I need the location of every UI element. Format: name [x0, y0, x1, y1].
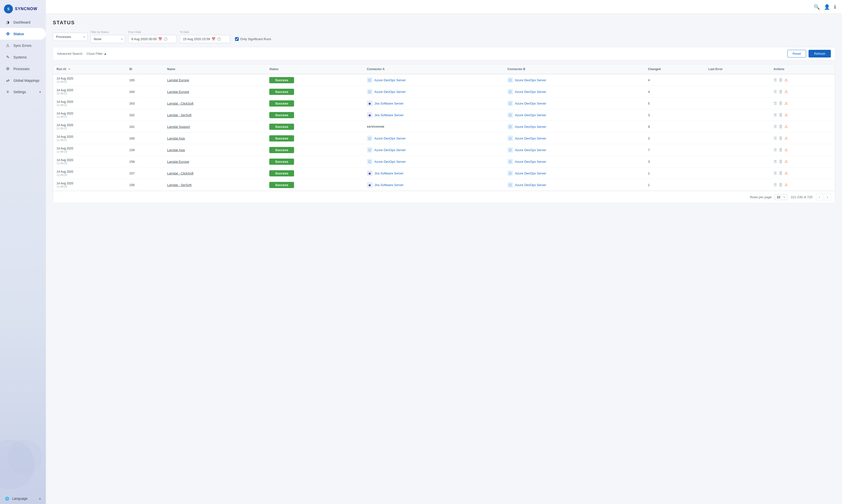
rows-per-page-select[interactable]: 10 25 50 100 [775, 194, 787, 200]
connector-a-cell: ◆Jira Software Server [367, 182, 501, 187]
connector-b-link[interactable]: Azure DevOps Server [515, 148, 546, 152]
view-details-icon[interactable]: ☰ [774, 89, 777, 94]
view-details-icon[interactable]: ☰ [774, 78, 777, 82]
col-connector-a[interactable]: Connector A [364, 65, 504, 74]
connector-a-link[interactable]: Jira Software Server [374, 172, 404, 175]
connector-b-link[interactable]: Azure DevOps Server [515, 90, 546, 94]
refresh-button[interactable]: Refresh [808, 50, 831, 57]
warning-action-icon[interactable]: ⚠ [785, 101, 788, 106]
search-icon[interactable]: 🔍 [814, 4, 820, 10]
warning-action-icon[interactable]: ⚠ [785, 171, 788, 176]
info-icon[interactable]: ℹ [834, 4, 836, 10]
connector-b-link[interactable]: Azure DevOps Server [515, 160, 546, 164]
prev-page-button[interactable]: ‹ [816, 194, 823, 200]
connector-a-link[interactable]: Azure DevOps Server [374, 160, 406, 164]
view-details-icon[interactable]: ☰ [774, 101, 777, 106]
archive-icon[interactable]: 🗄 [779, 136, 783, 141]
archive-icon[interactable]: 🗄 [779, 78, 783, 82]
process-name-link[interactable]: Lamdat - ClickSoft [167, 172, 193, 175]
user-icon[interactable]: 👤 [824, 4, 830, 10]
sidebar-item-sync-errors[interactable]: ⚠ Sync Errors [0, 40, 46, 51]
warning-action-icon[interactable]: ⚠ [785, 89, 788, 94]
advanced-search-link[interactable]: Advanced Search [57, 52, 83, 55]
archive-icon[interactable]: 🗄 [779, 125, 783, 129]
connector-b-link[interactable]: Azure DevOps Server [515, 137, 546, 140]
sidebar-language[interactable]: 🌐 Language « [0, 493, 46, 504]
col-run-at[interactable]: Run At ▼ [53, 65, 126, 74]
col-name[interactable]: Name [164, 65, 266, 74]
cell-name: Lamdat Support [164, 121, 266, 132]
significant-runs-label[interactable]: Only Significant Runs [240, 37, 271, 41]
connector-a-link[interactable]: Jira Software Server [374, 183, 404, 187]
process-name-link[interactable]: Lamdat Europe [167, 160, 189, 164]
status-select[interactable]: None Success Error [90, 35, 125, 43]
view-details-icon[interactable]: ☰ [774, 136, 777, 141]
close-filter-link[interactable]: Close Filter ▲ [87, 52, 107, 55]
cell-last-error [705, 74, 770, 86]
view-details-icon[interactable]: ☰ [774, 148, 777, 152]
view-details-icon[interactable]: ☰ [774, 183, 777, 187]
archive-icon[interactable]: 🗄 [779, 101, 783, 106]
warning-action-icon[interactable]: ⚠ [785, 78, 788, 82]
col-last-error[interactable]: Last Error [705, 65, 770, 74]
reset-button[interactable]: Reset [787, 50, 806, 57]
process-name-link[interactable]: Lamdat Asia [167, 137, 185, 140]
warning-action-icon[interactable]: ⚠ [785, 148, 788, 152]
col-id[interactable]: ID [126, 65, 164, 74]
process-name-link[interactable]: Lamdat Support [167, 125, 190, 129]
connector-a-link[interactable]: Jira Software Server [374, 113, 404, 117]
jira-icon: ◆ [367, 182, 372, 187]
archive-icon[interactable]: 🗄 [779, 183, 783, 187]
archive-icon[interactable]: 🗄 [779, 171, 783, 176]
sidebar-item-global-mappings[interactable]: ⇄ Global Mappings [0, 75, 46, 86]
sidebar-item-dashboard[interactable]: ◑ Dashboard [0, 16, 46, 28]
view-details-icon[interactable]: ☰ [774, 124, 777, 129]
archive-icon[interactable]: 🗄 [779, 113, 783, 117]
col-changed[interactable]: Changed [645, 65, 705, 74]
warning-action-icon[interactable]: ⚠ [785, 159, 788, 164]
process-name-link[interactable]: Lamdat Asia [167, 148, 185, 152]
connector-b-link[interactable]: Azure DevOps Server [515, 125, 546, 129]
next-page-button[interactable]: › [824, 194, 831, 200]
col-connector-b[interactable]: Connector B [504, 65, 645, 74]
connector-b-link[interactable]: Azure DevOps Server [515, 183, 546, 187]
connector-b-link[interactable]: Azure DevOps Server [515, 113, 546, 117]
warning-action-icon[interactable]: ⚠ [785, 183, 788, 187]
status-table: Run At ▼ ID Name Status Connector A Conn… [53, 65, 835, 191]
sidebar-item-processes[interactable]: ⚙ Processes [0, 63, 46, 75]
to-date-input[interactable]: 15 Aug 2020 23:59 📅 🕐 [180, 35, 230, 43]
warning-action-icon[interactable]: ⚠ [785, 136, 788, 141]
sidebar-item-status[interactable]: ✿ Status [0, 28, 46, 40]
connector-a-link[interactable]: Azure DevOps Server [374, 137, 406, 140]
archive-icon[interactable]: 🗄 [779, 160, 783, 164]
advanced-search-bar: Advanced Search Close Filter ▲ Reset Ref… [53, 47, 835, 60]
warning-action-icon[interactable]: ⚠ [785, 124, 788, 129]
connector-a-link[interactable]: Azure DevOps Server [374, 78, 406, 82]
process-name-link[interactable]: Lamdat - SerSoft [167, 113, 191, 117]
view-details-icon[interactable]: ☰ [774, 171, 777, 176]
process-name-link[interactable]: Lamdat - ClickSoft [167, 102, 193, 105]
cell-last-error [705, 179, 770, 191]
sidebar-item-systems[interactable]: ✎ Systems [0, 51, 46, 63]
sidebar-item-settings[interactable]: ≡ Settings ▾ [0, 86, 46, 97]
view-details-icon[interactable]: ☰ [774, 113, 777, 117]
process-name-link[interactable]: Lamdat Europe [167, 90, 189, 94]
connector-a-link[interactable]: Azure DevOps Server [374, 148, 406, 152]
view-details-icon[interactable]: ☰ [774, 159, 777, 164]
connector-b-link[interactable]: Azure DevOps Server [515, 172, 546, 175]
sidebar-item-label: Settings [13, 90, 26, 94]
connector-a-link[interactable]: Jira Software Server [374, 102, 404, 105]
col-status[interactable]: Status [266, 65, 363, 74]
connector-a-link[interactable]: Azure DevOps Server [374, 90, 406, 94]
from-date-input[interactable]: 8 Aug 2020 00:00 📅 🕐 [128, 35, 177, 43]
connector-b-link[interactable]: Azure DevOps Server [515, 102, 546, 105]
process-name-link[interactable]: Lamdat - SerSoft [167, 183, 191, 187]
connector-b-link[interactable]: Azure DevOps Server [515, 78, 546, 82]
archive-icon[interactable]: 🗄 [779, 90, 783, 94]
warning-action-icon[interactable]: ⚠ [785, 113, 788, 117]
process-name-link[interactable]: Lamdat Europe [167, 78, 189, 82]
archive-icon[interactable]: 🗄 [779, 148, 783, 152]
significant-runs-checkbox[interactable] [235, 37, 239, 41]
process-select[interactable]: Processes [53, 33, 88, 41]
calendar-icon2: 📅 [211, 37, 215, 41]
